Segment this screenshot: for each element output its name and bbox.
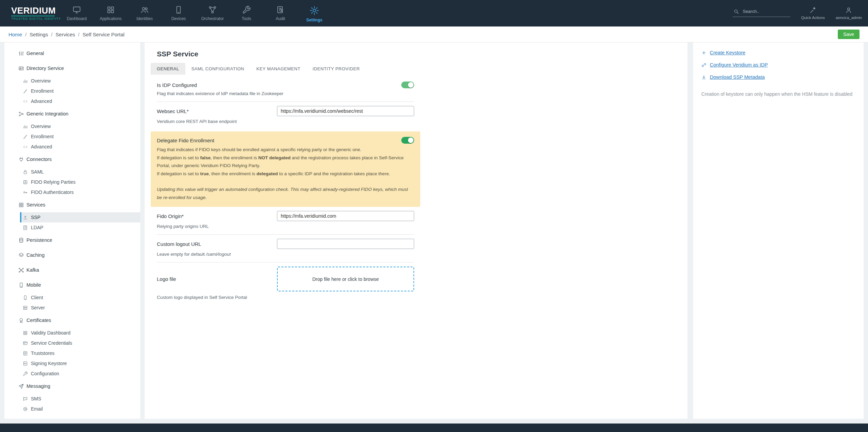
sidebar-item-label: FIDO Relying Parties	[31, 179, 75, 185]
tab-key-management[interactable]: KEY MANAGEMENT	[250, 63, 307, 75]
tab-saml-configuration[interactable]: SAML CONFIGURATION	[185, 63, 251, 75]
save-button[interactable]: Save	[838, 30, 860, 39]
breadcrumb-separator: /	[51, 32, 52, 37]
nav-item-tools[interactable]: Tools	[229, 4, 263, 22]
search-input[interactable]	[742, 8, 783, 14]
nav-item-orchestrator[interactable]: Orchestrator	[196, 4, 229, 22]
user-menu[interactable]: aencica_admin	[836, 6, 862, 20]
sidebar-item-label: Configuration	[31, 371, 59, 376]
nav-item-devices[interactable]: Devices	[162, 4, 196, 22]
key-icon	[23, 190, 28, 195]
page-title: SSP Service	[157, 50, 687, 58]
steps-icon	[23, 89, 28, 94]
custom-logout-description: Leave empty for default /saml/logout	[157, 252, 414, 257]
sidebar-item-directory-service[interactable]: Directory Service	[4, 61, 140, 76]
sidebar-item-saml[interactable]: SAML	[4, 167, 140, 177]
sidebar-item-ssp[interactable]: SSP	[20, 212, 140, 222]
link-configure-veridium-as-idp[interactable]: Configure Veridium as IDP	[701, 62, 855, 68]
delegate-paragraph: If delegation is set to true, then the e…	[157, 170, 414, 178]
websec-url-input[interactable]	[277, 106, 414, 116]
sidebar-item-fido-relying-parties[interactable]: FIDO Relying Parties	[4, 177, 140, 187]
sidebar-item-server[interactable]: Server	[4, 303, 140, 313]
fido-origin-input[interactable]	[277, 211, 414, 221]
sidebar-item-label: Mobile	[26, 282, 41, 288]
breadcrumb-item-self-service-portal: Self Service Portal	[82, 32, 124, 37]
sidebar-item-label: SSP	[31, 215, 40, 220]
nav-item-identities[interactable]: Identities	[128, 4, 162, 22]
list-icon	[23, 351, 28, 356]
breadcrumb-bar: Home/Settings/Services/Self Service Port…	[0, 26, 868, 42]
sidebar-item-sms[interactable]: SMS	[4, 394, 140, 404]
tab-general[interactable]: GENERAL	[151, 63, 185, 75]
chart-icon	[23, 124, 28, 129]
nav-item-settings[interactable]: Settings	[297, 4, 331, 22]
sidebar-item-services[interactable]: Services	[4, 197, 140, 212]
sidebar-item-kafka[interactable]: Kafka	[4, 263, 140, 277]
link-icon	[701, 62, 706, 68]
user-label: aencica_admin	[836, 16, 862, 20]
gear-icon	[309, 5, 319, 16]
sidebar-item-overview[interactable]: Overview	[4, 76, 140, 86]
download-icon	[701, 75, 706, 80]
sidebar-item-label: LDAP	[31, 225, 43, 230]
nav-item-audit[interactable]: Audit	[263, 4, 297, 22]
sidebar-item-advanced[interactable]: Advanced	[4, 142, 140, 152]
delegate-paragraph: If delegation is set to false, then the …	[157, 154, 414, 170]
sidebar-item-configuration[interactable]: Configuration	[4, 368, 140, 379]
sidebar-item-validity-dashboard[interactable]: Validity Dashboard	[4, 328, 140, 338]
sidebar-item-connectors[interactable]: Connectors	[4, 152, 140, 167]
at-icon	[23, 407, 28, 412]
is-idp-toggle[interactable]	[401, 82, 414, 88]
sidebar-item-certificates[interactable]: Certificates	[4, 313, 140, 328]
audit-icon	[276, 5, 285, 14]
veridium-logo: VERIDIUM TRUSTED DIGITAL IDENTITY	[11, 6, 55, 20]
sidebar-item-caching[interactable]: Caching	[4, 248, 140, 263]
sidebar-item-ldap[interactable]: LDAP	[4, 222, 140, 233]
sidebar-item-signing-keystore[interactable]: Signing Keystore	[4, 358, 140, 368]
lock-icon	[23, 169, 28, 175]
nav-item-applications[interactable]: Applications	[94, 4, 128, 22]
sidebar-item-label: SAML	[31, 169, 44, 175]
sidebar-item-messaging[interactable]: Messaging	[4, 379, 140, 394]
quick-actions-label: Quick Actions	[801, 16, 825, 20]
content-area: GeneralDirectory ServiceOverviewEnrollme…	[0, 42, 868, 419]
user-icon	[845, 6, 852, 14]
sidebar-item-persistence[interactable]: Persistence	[4, 233, 140, 248]
quick-actions-button[interactable]: Quick Actions	[801, 6, 825, 20]
sidebar-item-enrollment[interactable]: Enrollment	[4, 131, 140, 142]
custom-logout-input[interactable]	[277, 239, 414, 249]
sidebar-item-label: Validity Dashboard	[31, 330, 70, 336]
sidebar-item-advanced[interactable]: Advanced	[4, 96, 140, 106]
sidebar-item-generic-integration[interactable]: Generic Integration	[4, 106, 140, 121]
nav-item-dashboard[interactable]: Dashboard	[60, 4, 94, 22]
chart-icon	[23, 78, 28, 84]
idcard-icon	[18, 66, 24, 71]
sidebar-item-mobile[interactable]: Mobile	[4, 277, 140, 292]
sidebar-item-general[interactable]: General	[4, 46, 140, 61]
dropzone-label: Drop file here or click to browse	[312, 276, 379, 282]
sidebar-item-overview[interactable]: Overview	[4, 121, 140, 131]
sidebar-item-truststores[interactable]: Truststores	[4, 348, 140, 358]
sidebar-item-label: Kafka	[26, 267, 39, 273]
monitor-icon	[72, 5, 81, 14]
sidebar-item-label: Service Credentials	[31, 340, 72, 346]
tab-identity-provider[interactable]: IDENTITY PROVIDER	[307, 63, 366, 75]
delegate-fido-toggle[interactable]	[401, 137, 414, 144]
search-box[interactable]	[733, 8, 790, 17]
sidebar-item-fido-authenticators[interactable]: FIDO Authenticators	[4, 187, 140, 197]
sidebar-item-email[interactable]: Email	[4, 404, 140, 414]
upload-icon	[23, 215, 28, 220]
logo-dropzone[interactable]: Drop file here or click to browse	[277, 267, 414, 291]
link-create-keystore[interactable]: Create Keystore	[701, 50, 855, 55]
sidebar-item-enrollment[interactable]: Enrollment	[4, 86, 140, 96]
top-bar: VERIDIUM TRUSTED DIGITAL IDENTITY Dashbo…	[0, 0, 868, 26]
ssp-form: Is IDP Configured Flag that indicates ex…	[157, 82, 414, 300]
link-download-ssp-metadata[interactable]: Download SSP Metadata	[701, 74, 855, 80]
sidebar-item-client[interactable]: Client	[4, 292, 140, 303]
sidebar-item-label: Signing Keystore	[31, 361, 67, 366]
link-label: Create Keystore	[710, 50, 745, 55]
book-icon	[23, 225, 28, 230]
breadcrumb-item-home[interactable]: Home	[8, 32, 22, 37]
sidebar-item-service-credentials[interactable]: Service Credentials	[4, 338, 140, 348]
db-icon	[18, 237, 24, 243]
